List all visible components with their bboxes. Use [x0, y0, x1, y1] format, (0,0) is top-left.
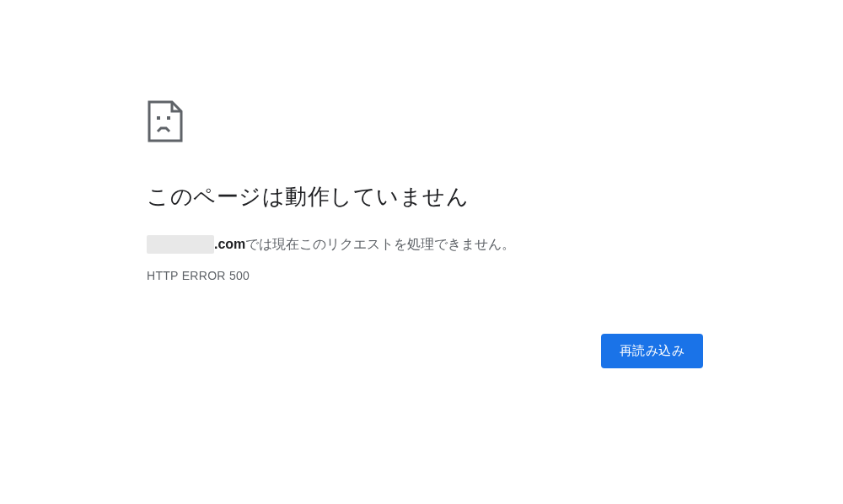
error-code: HTTP ERROR 500: [147, 269, 703, 282]
message-rest: では現在このリクエストを処理できません。: [245, 236, 515, 254]
error-message: .com では現在このリクエストを処理できません。: [147, 235, 703, 254]
redacted-domain: [147, 235, 214, 254]
error-icon-wrap: [147, 99, 703, 147]
error-heading: このページは動作していません: [147, 182, 703, 212]
error-page-container: このページは動作していません .com では現在このリクエストを処理できません。…: [147, 99, 703, 282]
svg-rect-0: [157, 116, 160, 120]
domain-suffix: .com: [214, 237, 245, 252]
svg-rect-1: [167, 116, 170, 120]
sad-page-icon: [147, 99, 184, 143]
reload-button[interactable]: 再読み込み: [601, 334, 704, 368]
